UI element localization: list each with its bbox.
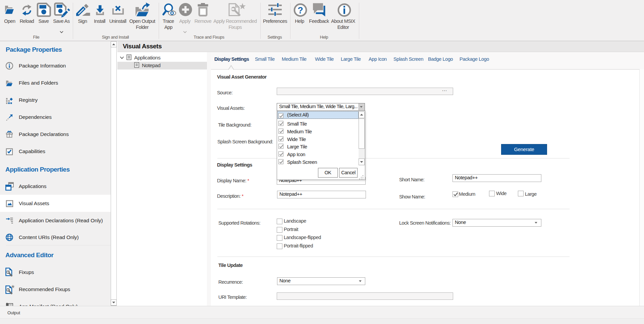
svg-text:?: ? — [298, 5, 303, 15]
